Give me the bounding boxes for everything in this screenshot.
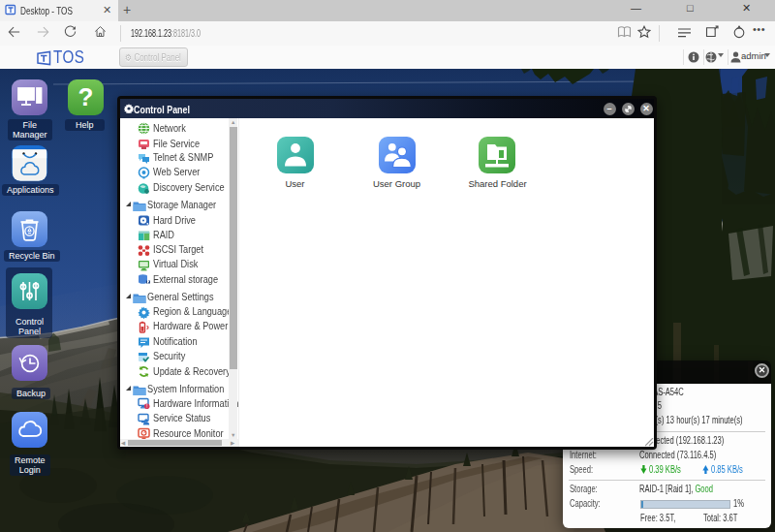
svg-text:!: ! bbox=[146, 403, 147, 409]
